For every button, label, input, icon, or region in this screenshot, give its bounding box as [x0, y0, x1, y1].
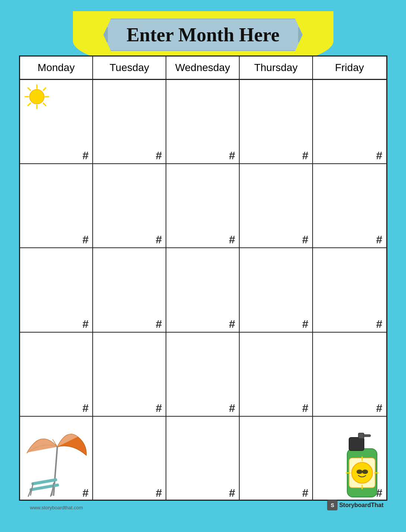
svg-line-8: [28, 103, 30, 106]
calendar-cell-5-1[interactable]: #: [20, 417, 93, 501]
beach-umbrella-icon: [20, 426, 102, 501]
banner-right-tab: [298, 26, 313, 44]
calendar-cell-2-5[interactable]: #: [313, 164, 386, 248]
svg-rect-18: [349, 438, 364, 451]
date-2-2: #: [156, 234, 162, 245]
date-3-3: #: [229, 318, 235, 330]
calendar-cell-1-5[interactable]: #: [313, 80, 386, 164]
calendar-cell-1-2[interactable]: #: [93, 80, 166, 164]
svg-line-10: [54, 447, 57, 495]
calendar-grid: # # # # # # # #: [20, 80, 386, 501]
day-header-monday: Monday: [20, 57, 93, 79]
date-4-4: #: [302, 403, 309, 414]
calendar-cell-3-5[interactable]: #: [313, 248, 386, 332]
day-header-wednesday: Wednesday: [166, 57, 240, 79]
sunscreen-icon: [338, 430, 386, 501]
date-1-5: #: [376, 150, 383, 161]
date-2-4: #: [302, 234, 309, 245]
day-header-tuesday: Tuesday: [93, 57, 166, 79]
date-5-3: #: [229, 487, 235, 499]
svg-point-26: [362, 469, 368, 474]
date-1-4: #: [302, 150, 309, 161]
svg-rect-29: [363, 435, 371, 437]
footer-area: www.storyboardthat.com S StoryboardThat: [19, 502, 387, 513]
calendar-cell-3-3[interactable]: #: [166, 248, 240, 332]
date-3-2: #: [156, 318, 162, 330]
svg-point-20: [352, 462, 373, 483]
calendar-header: Monday Tuesday Wednesday Thursday Friday: [20, 57, 386, 80]
calendar-cell-4-3[interactable]: #: [166, 333, 240, 417]
day-header-friday: Friday: [313, 57, 386, 79]
header-area: Enter Month Here: [19, 19, 387, 51]
calendar-cell-5-2[interactable]: #: [93, 417, 166, 501]
svg-line-6: [43, 103, 45, 106]
calendar-cell-5-4[interactable]: #: [240, 417, 313, 501]
banner-left-tab: [93, 26, 108, 44]
date-2-1: #: [83, 234, 89, 245]
date-4-3: #: [229, 403, 235, 414]
date-1-2: #: [156, 150, 162, 161]
page-title: Enter Month Here: [127, 24, 279, 45]
page-container: Enter Month Here Monday Tuesday Wednesda…: [12, 11, 395, 521]
date-3-4: #: [302, 318, 309, 330]
calendar-cell-3-1[interactable]: #: [20, 248, 93, 332]
date-1-3: #: [229, 150, 235, 161]
date-4-1: #: [83, 403, 89, 414]
calendar-cell-4-4[interactable]: #: [240, 333, 313, 417]
calendar-cell-5-5[interactable]: #: [313, 417, 386, 501]
date-5-4: #: [302, 487, 309, 499]
date-2-5: #: [376, 234, 383, 245]
calendar-cell-4-1[interactable]: #: [20, 333, 93, 417]
calendar-cell-1-1[interactable]: #: [20, 80, 93, 164]
date-2-3: #: [229, 234, 235, 245]
calendar-container: Monday Tuesday Wednesday Thursday Friday: [19, 55, 387, 501]
sun-icon: [24, 84, 50, 110]
calendar-cell-3-4[interactable]: #: [240, 248, 313, 332]
calendar-cell-3-2[interactable]: #: [93, 248, 166, 332]
date-4-2: #: [156, 403, 162, 414]
svg-line-5: [28, 88, 30, 90]
date-4-5: #: [376, 403, 383, 414]
calendar-cell-5-3[interactable]: #: [166, 417, 240, 501]
date-1-1: #: [83, 150, 89, 161]
watermark-url: www.storyboardthat.com: [30, 505, 83, 510]
calendar-cell-2-3[interactable]: #: [166, 164, 240, 248]
day-header-thursday: Thursday: [240, 57, 313, 79]
brand-name: StoryboardThat: [339, 502, 383, 509]
calendar-cell-1-3[interactable]: #: [166, 80, 240, 164]
svg-point-25: [357, 469, 362, 474]
svg-point-0: [29, 89, 44, 104]
calendar-cell-1-4[interactable]: #: [240, 80, 313, 164]
date-5-2: #: [156, 487, 162, 499]
date-3-5: #: [376, 318, 383, 330]
calendar-cell-4-5[interactable]: #: [313, 333, 386, 417]
brand-logo-icon: S: [327, 500, 338, 510]
brand-watermark: S StoryboardThat: [327, 500, 383, 510]
calendar-cell-2-4[interactable]: #: [240, 164, 313, 248]
title-banner: Enter Month Here: [103, 19, 303, 51]
svg-line-7: [43, 88, 45, 90]
date-3-1: #: [83, 318, 89, 330]
calendar-cell-4-2[interactable]: #: [93, 333, 166, 417]
calendar-cell-2-1[interactable]: #: [20, 164, 93, 248]
calendar-cell-2-2[interactable]: #: [93, 164, 166, 248]
